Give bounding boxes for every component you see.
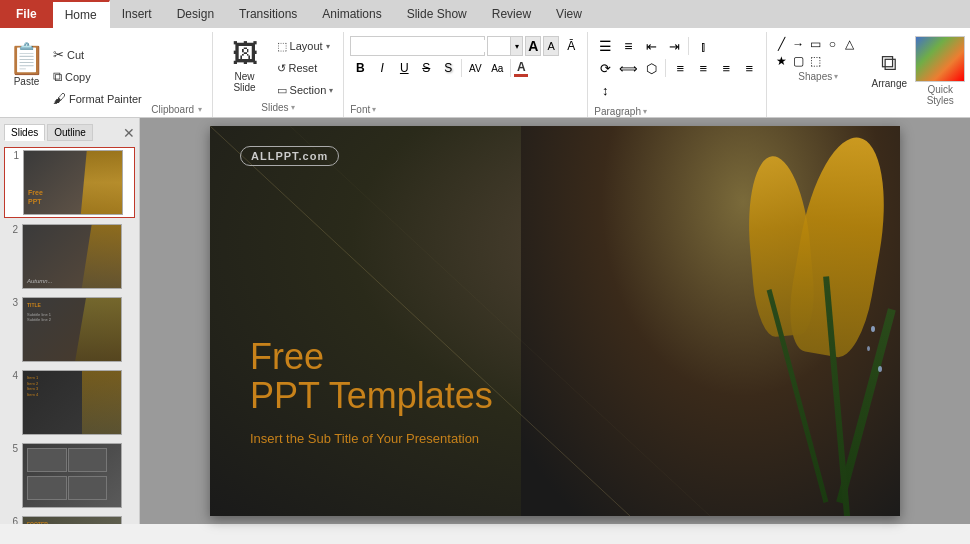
paragraph-expand-icon[interactable]: ▾ bbox=[643, 107, 647, 116]
shapes-arrow-icon[interactable]: ▾ bbox=[834, 72, 838, 81]
font-name-selector[interactable]: Calibri ▾ bbox=[350, 36, 485, 56]
tab-slideshow[interactable]: Slide Show bbox=[395, 0, 480, 28]
main-slide[interactable]: ALLPPT.com Free PPT Templates Insert the… bbox=[210, 126, 900, 516]
shape-arrow-icon[interactable]: → bbox=[790, 36, 806, 52]
justify-button[interactable]: ≡ bbox=[738, 58, 760, 78]
copy-button[interactable]: ⧉ Copy bbox=[49, 67, 146, 87]
flower-image bbox=[521, 126, 901, 516]
tab-transitions[interactable]: Transitions bbox=[227, 0, 310, 28]
convert-smartart-button[interactable]: ⬡ bbox=[640, 58, 662, 78]
align-right-button[interactable]: ≡ bbox=[715, 58, 737, 78]
quick-styles-grid[interactable] bbox=[915, 36, 965, 82]
slide-thumb-1[interactable]: 1 FreePPT bbox=[4, 147, 135, 218]
panel-tab-slides[interactable]: Slides bbox=[4, 124, 45, 141]
shape-callout-icon[interactable]: ▢ bbox=[790, 53, 806, 69]
align-left-button[interactable]: ≡ bbox=[669, 58, 691, 78]
paste-button[interactable]: 📋 Paste bbox=[6, 32, 47, 98]
section-arrow-icon: ▾ bbox=[329, 86, 333, 95]
font-size-selector[interactable]: 12 ▾ bbox=[487, 36, 523, 56]
slide-panel: Slides Outline ✕ 1 FreePPT 2 Autumn... 3 bbox=[0, 118, 140, 524]
font-name-input[interactable]: Calibri bbox=[351, 40, 495, 52]
change-case-button[interactable]: Aa bbox=[487, 58, 507, 78]
tab-file[interactable]: File bbox=[0, 0, 53, 28]
align-text-button[interactable]: ⟺ bbox=[617, 58, 639, 78]
layout-arrow-icon: ▾ bbox=[326, 42, 330, 51]
underline-button[interactable]: U bbox=[394, 58, 414, 78]
shape-circle-icon[interactable]: ○ bbox=[824, 36, 840, 52]
shadow-button[interactable]: S bbox=[438, 58, 458, 78]
reset-button[interactable]: ↺ Reset bbox=[273, 58, 338, 78]
slide-thumb-5[interactable]: 5 bbox=[4, 441, 135, 510]
slide-title[interactable]: Free PPT Templates bbox=[250, 337, 493, 416]
shape-more-icon[interactable]: ⬚ bbox=[807, 53, 823, 69]
font-color-button[interactable]: A bbox=[514, 60, 528, 77]
shape-line-icon[interactable]: ╱ bbox=[773, 36, 789, 52]
slide-watermark: ALLPPT.com bbox=[240, 146, 339, 166]
tab-view[interactable]: View bbox=[544, 0, 595, 28]
strikethrough-button[interactable]: S bbox=[416, 58, 436, 78]
line-spacing-button[interactable]: ↕ bbox=[594, 80, 616, 100]
clipboard-expand-icon[interactable]: ▾ bbox=[198, 105, 202, 114]
panel-tab-outline[interactable]: Outline bbox=[47, 124, 93, 141]
slide-subtitle[interactable]: Insert the Sub Title of Your Presentatio… bbox=[250, 431, 479, 446]
font-shrink-button[interactable]: A bbox=[543, 36, 559, 56]
slide-thumb-6[interactable]: 6 FOOTER Running person silhouette bbox=[4, 514, 135, 524]
new-slide-button[interactable]: 🖼 NewSlide bbox=[219, 32, 271, 98]
font-size-dropdown-icon[interactable]: ▾ bbox=[510, 37, 522, 55]
increase-indent-button[interactable]: ⇥ bbox=[663, 36, 685, 56]
clear-formatting-button[interactable]: Ā bbox=[561, 36, 581, 56]
tab-home[interactable]: Home bbox=[53, 0, 110, 28]
font-size-input[interactable]: 12 bbox=[488, 40, 510, 52]
section-button[interactable]: ▭ Section ▾ bbox=[273, 80, 338, 100]
canvas-area: ALLPPT.com Free PPT Templates Insert the… bbox=[140, 118, 970, 524]
tab-insert[interactable]: Insert bbox=[110, 0, 165, 28]
shape-rect-icon[interactable]: ▭ bbox=[807, 36, 823, 52]
font-grow-button[interactable]: A bbox=[525, 36, 541, 56]
text-direction-button[interactable]: ⟳ bbox=[594, 58, 616, 78]
decrease-indent-button[interactable]: ⇤ bbox=[640, 36, 662, 56]
slides-expand-icon[interactable]: ▾ bbox=[291, 103, 295, 112]
panel-close-button[interactable]: ✕ bbox=[123, 125, 135, 141]
italic-button[interactable]: I bbox=[372, 58, 392, 78]
format-painter-button[interactable]: 🖌 Format Painter bbox=[49, 89, 146, 109]
tab-animations[interactable]: Animations bbox=[310, 0, 394, 28]
slide-thumb-3[interactable]: 3 TITLE Subtitle line 1Subtitle line 2 bbox=[4, 295, 135, 364]
slide-thumb-2[interactable]: 2 Autumn... bbox=[4, 222, 135, 291]
slide-thumb-4[interactable]: 4 Item 1Item 2Item 3Item 4 bbox=[4, 368, 135, 437]
shape-triangle-icon[interactable]: △ bbox=[841, 36, 857, 52]
cut-button[interactable]: ✂ Cut bbox=[49, 45, 146, 65]
align-center-button[interactable]: ≡ bbox=[692, 58, 714, 78]
shape-star-icon[interactable]: ★ bbox=[773, 53, 789, 69]
tab-review[interactable]: Review bbox=[480, 0, 544, 28]
arrange-button[interactable]: ⧉ Arrange bbox=[867, 36, 911, 102]
font-expand-icon[interactable]: ▾ bbox=[372, 105, 376, 114]
tab-design[interactable]: Design bbox=[165, 0, 227, 28]
layout-button[interactable]: ⬚ Layout ▾ bbox=[273, 36, 338, 56]
bold-button[interactable]: B bbox=[350, 58, 370, 78]
numbering-button[interactable]: ≡ bbox=[617, 36, 639, 56]
bullets-button[interactable]: ☰ bbox=[594, 36, 616, 56]
char-spacing-button[interactable]: AV bbox=[465, 58, 485, 78]
columns-button[interactable]: ⫿ bbox=[692, 36, 714, 56]
